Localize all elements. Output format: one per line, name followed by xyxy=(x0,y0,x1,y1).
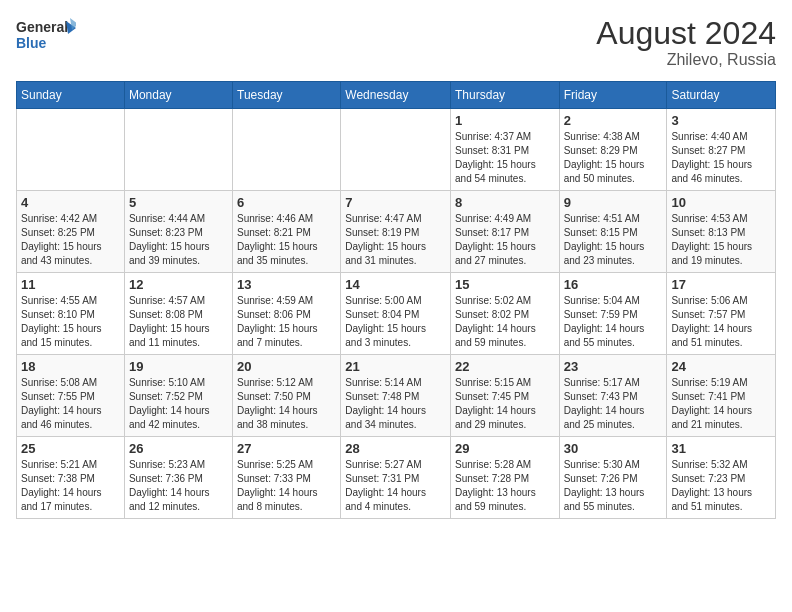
day-number: 9 xyxy=(564,195,663,210)
day-header-wednesday: Wednesday xyxy=(341,82,451,109)
month-year-title: August 2024 xyxy=(596,16,776,51)
calendar-cell: 4Sunrise: 4:42 AM Sunset: 8:25 PM Daylig… xyxy=(17,191,125,273)
day-number: 5 xyxy=(129,195,228,210)
day-info: Sunrise: 5:28 AM Sunset: 7:28 PM Dayligh… xyxy=(455,458,555,514)
day-number: 8 xyxy=(455,195,555,210)
day-info: Sunrise: 4:44 AM Sunset: 8:23 PM Dayligh… xyxy=(129,212,228,268)
calendar-cell: 26Sunrise: 5:23 AM Sunset: 7:36 PM Dayli… xyxy=(124,437,232,519)
day-info: Sunrise: 5:21 AM Sunset: 7:38 PM Dayligh… xyxy=(21,458,120,514)
day-number: 14 xyxy=(345,277,446,292)
day-info: Sunrise: 5:04 AM Sunset: 7:59 PM Dayligh… xyxy=(564,294,663,350)
day-info: Sunrise: 4:59 AM Sunset: 8:06 PM Dayligh… xyxy=(237,294,336,350)
day-info: Sunrise: 4:57 AM Sunset: 8:08 PM Dayligh… xyxy=(129,294,228,350)
day-info: Sunrise: 5:15 AM Sunset: 7:45 PM Dayligh… xyxy=(455,376,555,432)
day-info: Sunrise: 5:14 AM Sunset: 7:48 PM Dayligh… xyxy=(345,376,446,432)
calendar-cell: 22Sunrise: 5:15 AM Sunset: 7:45 PM Dayli… xyxy=(451,355,560,437)
day-number: 10 xyxy=(671,195,771,210)
calendar-cell: 20Sunrise: 5:12 AM Sunset: 7:50 PM Dayli… xyxy=(233,355,341,437)
page-header: GeneralBlue August 2024 Zhilevo, Russia xyxy=(16,16,776,69)
calendar-cell xyxy=(17,109,125,191)
day-info: Sunrise: 5:25 AM Sunset: 7:33 PM Dayligh… xyxy=(237,458,336,514)
calendar-cell: 17Sunrise: 5:06 AM Sunset: 7:57 PM Dayli… xyxy=(667,273,776,355)
day-number: 11 xyxy=(21,277,120,292)
calendar-week-0: 1Sunrise: 4:37 AM Sunset: 8:31 PM Daylig… xyxy=(17,109,776,191)
day-number: 1 xyxy=(455,113,555,128)
calendar-table: SundayMondayTuesdayWednesdayThursdayFrid… xyxy=(16,81,776,519)
day-header-monday: Monday xyxy=(124,82,232,109)
day-info: Sunrise: 5:08 AM Sunset: 7:55 PM Dayligh… xyxy=(21,376,120,432)
day-info: Sunrise: 4:38 AM Sunset: 8:29 PM Dayligh… xyxy=(564,130,663,186)
calendar-cell xyxy=(233,109,341,191)
calendar-week-4: 25Sunrise: 5:21 AM Sunset: 7:38 PM Dayli… xyxy=(17,437,776,519)
calendar-cell: 2Sunrise: 4:38 AM Sunset: 8:29 PM Daylig… xyxy=(559,109,667,191)
day-header-tuesday: Tuesday xyxy=(233,82,341,109)
calendar-cell: 19Sunrise: 5:10 AM Sunset: 7:52 PM Dayli… xyxy=(124,355,232,437)
day-info: Sunrise: 5:30 AM Sunset: 7:26 PM Dayligh… xyxy=(564,458,663,514)
day-info: Sunrise: 4:55 AM Sunset: 8:10 PM Dayligh… xyxy=(21,294,120,350)
calendar-week-3: 18Sunrise: 5:08 AM Sunset: 7:55 PM Dayli… xyxy=(17,355,776,437)
day-info: Sunrise: 4:40 AM Sunset: 8:27 PM Dayligh… xyxy=(671,130,771,186)
day-info: Sunrise: 4:37 AM Sunset: 8:31 PM Dayligh… xyxy=(455,130,555,186)
calendar-cell: 8Sunrise: 4:49 AM Sunset: 8:17 PM Daylig… xyxy=(451,191,560,273)
calendar-cell: 1Sunrise: 4:37 AM Sunset: 8:31 PM Daylig… xyxy=(451,109,560,191)
calendar-cell: 7Sunrise: 4:47 AM Sunset: 8:19 PM Daylig… xyxy=(341,191,451,273)
calendar-cell: 16Sunrise: 5:04 AM Sunset: 7:59 PM Dayli… xyxy=(559,273,667,355)
day-number: 18 xyxy=(21,359,120,374)
calendar-cell: 10Sunrise: 4:53 AM Sunset: 8:13 PM Dayli… xyxy=(667,191,776,273)
day-info: Sunrise: 5:32 AM Sunset: 7:23 PM Dayligh… xyxy=(671,458,771,514)
logo-svg: GeneralBlue xyxy=(16,16,76,56)
day-number: 15 xyxy=(455,277,555,292)
day-number: 6 xyxy=(237,195,336,210)
day-number: 4 xyxy=(21,195,120,210)
calendar-cell: 28Sunrise: 5:27 AM Sunset: 7:31 PM Dayli… xyxy=(341,437,451,519)
day-number: 2 xyxy=(564,113,663,128)
day-info: Sunrise: 4:49 AM Sunset: 8:17 PM Dayligh… xyxy=(455,212,555,268)
day-info: Sunrise: 4:47 AM Sunset: 8:19 PM Dayligh… xyxy=(345,212,446,268)
day-header-sunday: Sunday xyxy=(17,82,125,109)
day-number: 13 xyxy=(237,277,336,292)
day-info: Sunrise: 5:27 AM Sunset: 7:31 PM Dayligh… xyxy=(345,458,446,514)
calendar-cell: 23Sunrise: 5:17 AM Sunset: 7:43 PM Dayli… xyxy=(559,355,667,437)
calendar-cell xyxy=(341,109,451,191)
day-info: Sunrise: 4:42 AM Sunset: 8:25 PM Dayligh… xyxy=(21,212,120,268)
day-info: Sunrise: 5:19 AM Sunset: 7:41 PM Dayligh… xyxy=(671,376,771,432)
day-info: Sunrise: 5:17 AM Sunset: 7:43 PM Dayligh… xyxy=(564,376,663,432)
calendar-week-2: 11Sunrise: 4:55 AM Sunset: 8:10 PM Dayli… xyxy=(17,273,776,355)
day-info: Sunrise: 5:10 AM Sunset: 7:52 PM Dayligh… xyxy=(129,376,228,432)
title-area: August 2024 Zhilevo, Russia xyxy=(596,16,776,69)
day-info: Sunrise: 5:12 AM Sunset: 7:50 PM Dayligh… xyxy=(237,376,336,432)
day-info: Sunrise: 5:02 AM Sunset: 8:02 PM Dayligh… xyxy=(455,294,555,350)
calendar-cell: 5Sunrise: 4:44 AM Sunset: 8:23 PM Daylig… xyxy=(124,191,232,273)
day-number: 23 xyxy=(564,359,663,374)
svg-text:Blue: Blue xyxy=(16,35,47,51)
day-number: 21 xyxy=(345,359,446,374)
calendar-cell: 12Sunrise: 4:57 AM Sunset: 8:08 PM Dayli… xyxy=(124,273,232,355)
day-number: 30 xyxy=(564,441,663,456)
calendar-cell: 3Sunrise: 4:40 AM Sunset: 8:27 PM Daylig… xyxy=(667,109,776,191)
calendar-cell: 24Sunrise: 5:19 AM Sunset: 7:41 PM Dayli… xyxy=(667,355,776,437)
day-info: Sunrise: 5:00 AM Sunset: 8:04 PM Dayligh… xyxy=(345,294,446,350)
calendar-cell xyxy=(124,109,232,191)
day-header-saturday: Saturday xyxy=(667,82,776,109)
calendar-cell: 29Sunrise: 5:28 AM Sunset: 7:28 PM Dayli… xyxy=(451,437,560,519)
day-number: 16 xyxy=(564,277,663,292)
day-number: 29 xyxy=(455,441,555,456)
calendar-cell: 31Sunrise: 5:32 AM Sunset: 7:23 PM Dayli… xyxy=(667,437,776,519)
day-number: 20 xyxy=(237,359,336,374)
day-number: 3 xyxy=(671,113,771,128)
calendar-header-row: SundayMondayTuesdayWednesdayThursdayFrid… xyxy=(17,82,776,109)
calendar-cell: 14Sunrise: 5:00 AM Sunset: 8:04 PM Dayli… xyxy=(341,273,451,355)
day-info: Sunrise: 4:46 AM Sunset: 8:21 PM Dayligh… xyxy=(237,212,336,268)
calendar-cell: 11Sunrise: 4:55 AM Sunset: 8:10 PM Dayli… xyxy=(17,273,125,355)
calendar-cell: 25Sunrise: 5:21 AM Sunset: 7:38 PM Dayli… xyxy=(17,437,125,519)
day-header-friday: Friday xyxy=(559,82,667,109)
day-number: 7 xyxy=(345,195,446,210)
day-info: Sunrise: 4:53 AM Sunset: 8:13 PM Dayligh… xyxy=(671,212,771,268)
calendar-cell: 30Sunrise: 5:30 AM Sunset: 7:26 PM Dayli… xyxy=(559,437,667,519)
calendar-cell: 9Sunrise: 4:51 AM Sunset: 8:15 PM Daylig… xyxy=(559,191,667,273)
calendar-cell: 21Sunrise: 5:14 AM Sunset: 7:48 PM Dayli… xyxy=(341,355,451,437)
day-number: 28 xyxy=(345,441,446,456)
day-info: Sunrise: 5:23 AM Sunset: 7:36 PM Dayligh… xyxy=(129,458,228,514)
day-number: 31 xyxy=(671,441,771,456)
calendar-cell: 6Sunrise: 4:46 AM Sunset: 8:21 PM Daylig… xyxy=(233,191,341,273)
